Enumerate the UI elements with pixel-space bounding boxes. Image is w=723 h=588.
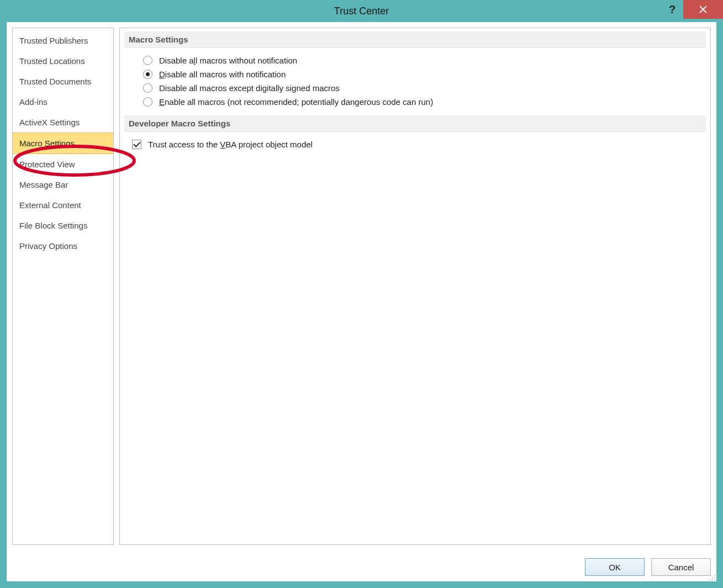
sidebar-item-trusted-publishers[interactable]: Trusted Publishers [13,30,113,51]
radio-disable-with-notify[interactable]: Disable all macros with notification [143,67,698,81]
sidebar-item-external-content[interactable]: External Content [13,195,113,215]
help-button[interactable]: ? [661,0,683,19]
radio-icon [143,56,152,65]
close-icon [699,6,707,13]
sidebar-item-label: Add-ins [19,97,48,107]
sidebar-item-label: Trusted Locations [19,56,85,66]
close-button[interactable] [683,0,723,19]
radio-disable-except-signed[interactable]: Disable all macros except digitally sign… [143,81,698,95]
sidebar-item-add-ins[interactable]: Add-ins [13,92,113,112]
svg-point-2 [712,577,713,578]
sidebar-item-macro-settings[interactable]: Macro Settings [13,133,113,154]
sidebar-item-label: Trusted Publishers [19,36,88,45]
dialog-footer: OK Cancel [585,558,711,576]
sidebar-item-label: External Content [19,200,81,210]
button-label: Cancel [668,563,694,572]
sidebar-item-label: Message Bar [19,180,68,189]
svg-point-3 [714,577,715,578]
sidebar-item-label: Trusted Documents [19,77,91,86]
radio-icon [143,70,152,79]
sidebar-item-message-bar[interactable]: Message Bar [13,174,113,195]
sidebar: Trusted Publishers Trusted Locations Tru… [12,28,114,545]
svg-point-4 [710,579,711,580]
svg-point-5 [712,579,713,580]
radio-icon [143,83,152,93]
dialog-body: Trusted Publishers Trusted Locations Tru… [12,28,711,545]
radio-label: Disable all macros except digitally sign… [159,83,340,93]
checkbox-trust-vba[interactable]: Trust access to the VBA project object m… [132,137,698,151]
ok-button[interactable]: OK [585,558,645,576]
sidebar-item-trusted-documents[interactable]: Trusted Documents [13,71,113,92]
sidebar-item-privacy-options[interactable]: Privacy Options [13,236,113,256]
svg-point-1 [714,575,715,576]
titlebar: Trust Center ? [7,0,716,22]
svg-point-6 [714,579,715,580]
sidebar-item-label: ActiveX Settings [19,118,80,127]
macro-settings-options: Disable all macros without notification … [124,54,706,115]
cancel-button[interactable]: Cancel [651,558,711,576]
main-panel: Macro Settings Disable all macros withou… [119,28,711,545]
resize-grip-icon[interactable] [708,573,716,581]
developer-macro-options: Trust access to the VBA project object m… [124,137,706,158]
radio-icon [143,97,152,107]
window-controls: ? [661,0,723,19]
button-label: OK [609,563,621,572]
radio-label: Disable all macros without notification [159,56,297,65]
checkbox-label: Trust access to the VBA project object m… [148,140,313,149]
checkbox-icon [132,140,141,149]
sidebar-item-label: Macro Settings [19,139,75,148]
sidebar-item-file-block-settings[interactable]: File Block Settings [13,215,113,236]
sidebar-item-label: Protected View [19,160,75,169]
dialog-client: Trusted Publishers Trusted Locations Tru… [7,22,716,581]
sidebar-item-label: Privacy Options [19,241,77,251]
radio-enable-all[interactable]: Enable all macros (not recommended; pote… [143,95,698,109]
sidebar-item-activex-settings[interactable]: ActiveX Settings [13,112,113,133]
section-header-developer-macro: Developer Macro Settings [124,115,706,132]
window-frame: Trust Center ? Trusted Publishers Truste… [0,0,723,588]
sidebar-item-label: File Block Settings [19,221,87,230]
sidebar-item-protected-view[interactable]: Protected View [13,154,113,174]
radio-disable-no-notify[interactable]: Disable all macros without notification [143,54,698,67]
radio-label: Enable all macros (not recommended; pote… [159,97,433,107]
section-header-macro-settings: Macro Settings [124,31,706,48]
sidebar-item-trusted-locations[interactable]: Trusted Locations [13,51,113,71]
radio-label: Disable all macros with notification [159,70,286,79]
window-title: Trust Center [334,6,389,17]
